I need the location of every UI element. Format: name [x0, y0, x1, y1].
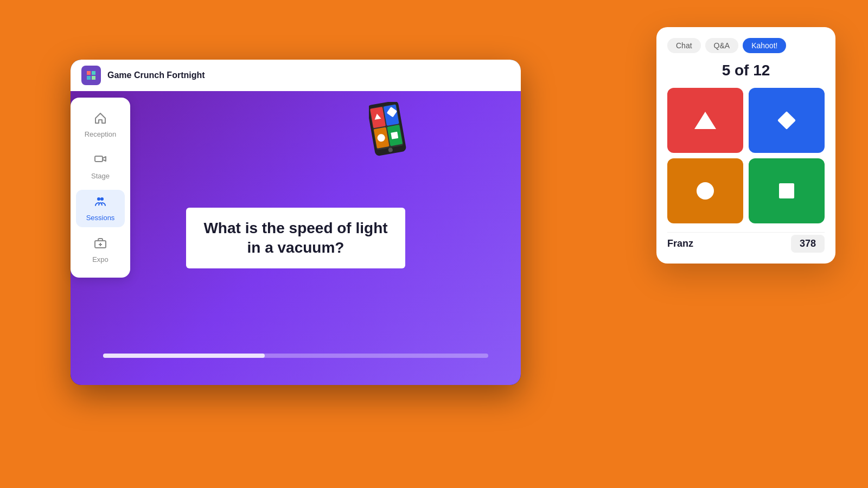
- answer-grid: [667, 88, 825, 223]
- sidebar-item-expo[interactable]: Expo: [76, 232, 125, 269]
- svg-point-19: [697, 182, 714, 200]
- sidebar-item-reception[interactable]: Reception: [76, 106, 125, 144]
- svg-point-12: [97, 197, 100, 201]
- sessions-icon: [94, 195, 107, 211]
- answer-card-diamond[interactable]: [749, 88, 825, 153]
- sidebar-item-sessions[interactable]: Sessions: [76, 190, 125, 227]
- stage-label: Stage: [91, 172, 110, 180]
- right-panel: Chat Q&A Kahoot! 5 of 12: [656, 27, 835, 264]
- triangle-shape-icon: [692, 107, 718, 133]
- svg-marker-17: [694, 112, 716, 129]
- svg-rect-20: [779, 183, 794, 198]
- player-score: 378: [791, 235, 825, 253]
- progress-bar-fill: [103, 354, 265, 358]
- app-logo: [81, 66, 101, 85]
- question-text: What is the speed of light in a vacuum?: [203, 219, 387, 258]
- event-header: Game Crunch Fortnight: [71, 60, 521, 91]
- event-screen: Game Crunch Fortnight: [71, 60, 521, 385]
- panel-footer: Franz 378: [667, 232, 825, 253]
- panel-tabs: Chat Q&A Kahoot!: [667, 38, 825, 53]
- svg-rect-18: [777, 111, 796, 130]
- svg-point-13: [100, 197, 104, 201]
- tab-chat[interactable]: Chat: [667, 38, 701, 53]
- progress-bar-container: [103, 354, 488, 358]
- expo-icon: [94, 237, 107, 253]
- sidebar-item-stage[interactable]: Stage: [76, 148, 125, 185]
- svg-rect-9: [391, 132, 398, 139]
- player-name: Franz: [667, 238, 693, 249]
- answer-card-square[interactable]: [749, 158, 825, 223]
- reception-label: Reception: [85, 130, 117, 138]
- question-counter: 5 of 12: [667, 62, 825, 79]
- question-box: What is the speed of light in a vacuum?: [186, 208, 405, 269]
- tab-qa[interactable]: Q&A: [705, 38, 739, 53]
- expo-label: Expo: [92, 255, 108, 264]
- answer-card-triangle[interactable]: [667, 88, 743, 153]
- tab-kahoot[interactable]: Kahoot!: [743, 38, 786, 53]
- event-title: Game Crunch Fortnight: [107, 70, 205, 80]
- stage-icon: [94, 153, 107, 170]
- square-shape-icon: [774, 178, 800, 204]
- svg-rect-11: [95, 156, 103, 162]
- kahoot-phone-graphic: [369, 102, 412, 162]
- answer-card-circle[interactable]: [667, 158, 743, 223]
- reception-icon: [94, 112, 107, 128]
- sidebar: Reception Stage Sessions: [71, 98, 130, 278]
- sessions-label: Sessions: [86, 214, 115, 222]
- circle-shape-icon: [692, 178, 718, 204]
- event-content: What is the speed of light in a vacuum?: [71, 91, 521, 385]
- diamond-shape-icon: [774, 107, 800, 133]
